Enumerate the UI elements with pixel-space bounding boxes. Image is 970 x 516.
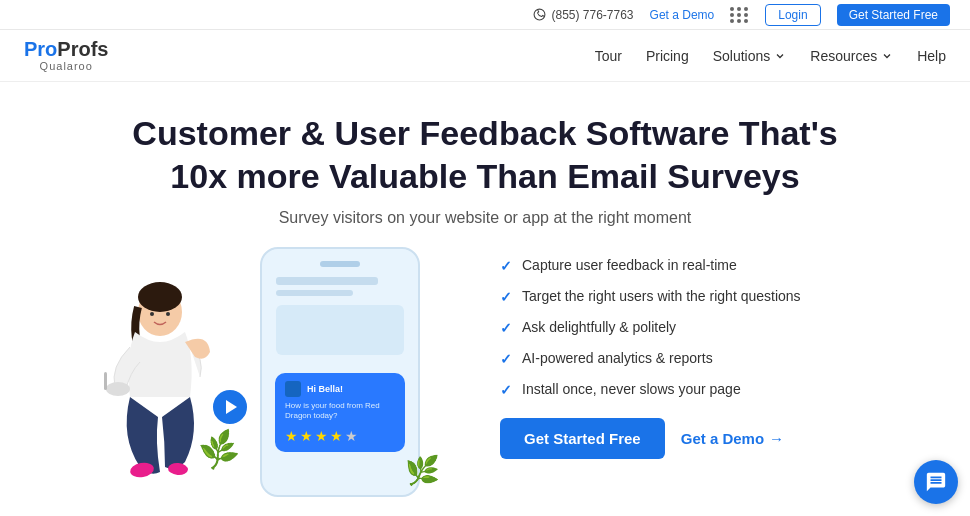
svg-point-2: [138, 282, 182, 312]
cta-buttons: Get Started Free Get a Demo →: [500, 418, 910, 459]
svg-point-7: [150, 312, 154, 316]
features-section: ✓ Capture user feedback in real-time ✓ T…: [500, 247, 910, 459]
nav-resources[interactable]: Resources: [810, 48, 893, 64]
survey-stars: ★ ★ ★ ★ ★: [285, 428, 395, 444]
nav-links: Tour Pricing Solutions Resources Help: [595, 48, 946, 64]
cta-get-started-button[interactable]: Get Started Free: [500, 418, 665, 459]
chat-icon: [925, 471, 947, 493]
phone-notch: [320, 261, 360, 267]
nav-solutions[interactable]: Solutions: [713, 48, 787, 64]
feature-1: ✓ Capture user feedback in real-time: [500, 257, 910, 274]
check-icon-2: ✓: [500, 289, 512, 305]
svg-point-0: [535, 9, 546, 20]
survey-card-icon: [285, 381, 301, 397]
phone-content-lines: [272, 277, 408, 359]
phone-mockup: Hi Bella! How is your food from Red Drag…: [260, 247, 420, 497]
leaf-right-icon: 🌿: [405, 454, 440, 487]
survey-card: Hi Bella! How is your food from Red Drag…: [275, 373, 405, 452]
chat-bubble[interactable]: [914, 460, 958, 504]
play-button[interactable]: [210, 387, 250, 427]
resources-chevron-icon: [881, 50, 893, 62]
feature-5: ✓ Install once, never slows your page: [500, 381, 910, 398]
phone-icon: [533, 8, 546, 21]
svg-point-8: [166, 312, 170, 316]
feature-2: ✓ Target the right users with the right …: [500, 288, 910, 305]
check-icon-1: ✓: [500, 258, 512, 274]
hero-headline: Customer & User Feedback Software That's…: [110, 112, 860, 197]
feature-text-1: Capture user feedback in real-time: [522, 257, 737, 273]
cta-demo-button[interactable]: Get a Demo →: [681, 430, 784, 447]
check-icon-4: ✓: [500, 351, 512, 367]
svg-point-3: [106, 382, 130, 396]
feature-text-2: Target the right users with the right qu…: [522, 288, 801, 304]
survey-card-header: Hi Bella!: [285, 381, 395, 397]
woman-figure: [90, 277, 230, 507]
feature-4: ✓ AI-powered analytics & reports: [500, 350, 910, 367]
hero-section: Customer & User Feedback Software That's…: [0, 82, 970, 227]
top-bar: (855) 776-7763 Get a Demo Login Get Star…: [0, 0, 970, 30]
grid-icon[interactable]: [730, 7, 749, 23]
svg-rect-4: [104, 372, 107, 390]
logo: Pro Profs Qualaroo: [24, 38, 108, 72]
logo-qualaroo: Qualaroo: [24, 60, 108, 72]
solutions-chevron-icon: [774, 50, 786, 62]
survey-greeting: Hi Bella!: [307, 384, 343, 394]
login-button[interactable]: Login: [765, 4, 820, 26]
check-icon-3: ✓: [500, 320, 512, 336]
feature-text-3: Ask delightfully & politely: [522, 319, 676, 335]
illustration-area: Hi Bella! How is your food from Red Drag…: [60, 237, 480, 507]
nav-help[interactable]: Help: [917, 48, 946, 64]
survey-question: How is your food from Red Dragon today?: [285, 401, 395, 422]
top-get-started-button[interactable]: Get Started Free: [837, 4, 950, 26]
feature-3: ✓ Ask delightfully & politely: [500, 319, 910, 336]
nav-tour[interactable]: Tour: [595, 48, 622, 64]
feature-text-4: AI-powered analytics & reports: [522, 350, 713, 366]
main-content: Hi Bella! How is your food from Red Drag…: [0, 247, 970, 507]
hero-subheadline: Survey visitors on your website or app a…: [20, 209, 950, 227]
logo-profs: Profs: [57, 38, 108, 60]
feature-text-5: Install once, never slows your page: [522, 381, 741, 397]
check-icon-5: ✓: [500, 382, 512, 398]
nav-pricing[interactable]: Pricing: [646, 48, 689, 64]
phone-number: (855) 776-7763: [533, 8, 633, 22]
top-demo-link[interactable]: Get a Demo: [650, 8, 715, 22]
main-nav: Pro Profs Qualaroo Tour Pricing Solution…: [0, 30, 970, 82]
logo-pro: Pro: [24, 38, 57, 60]
